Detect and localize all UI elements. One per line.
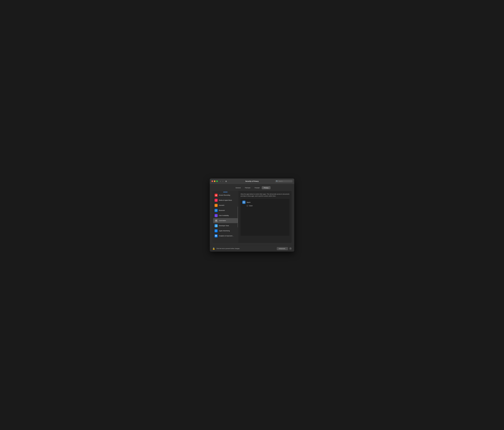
sidebar-item-bluetooth[interactable]: ⚡ Bluetooth — [213, 208, 238, 213]
advanced-button[interactable]: Advanced... — [277, 247, 288, 250]
system-preferences-window: ‹ › ⊞ Security & Privacy 🔍 General FileV… — [210, 179, 294, 251]
forward-button[interactable]: › — [222, 180, 224, 182]
back-button[interactable]: ‹ — [219, 180, 222, 182]
grid-button[interactable]: ⊞ — [225, 180, 227, 182]
minimize-button[interactable] — [214, 180, 216, 182]
sidebar: ⏺ Screen Recording ♫ Media & Apple Music… — [212, 191, 238, 243]
content-area: General FileVault Firewall Privacy ⏺ Scr… — [210, 184, 294, 246]
sub-app-row-safari[interactable]: Safari — [242, 205, 288, 207]
sidebar-label-user-availability: User Availability — [219, 215, 229, 216]
sidebar-item-media[interactable]: ♫ Media & Apple Music — [213, 198, 238, 203]
scrollbar-track[interactable] — [237, 206, 238, 227]
user-availability-icon: ☾ — [215, 214, 217, 217]
app-row-spyrix: Spyrix — [242, 200, 288, 205]
search-bar: 🔍 — [275, 180, 292, 182]
sidebar-label-media: Media & Apple Music — [219, 199, 232, 201]
main-panel: ⏺ Screen Recording ♫ Media & Apple Music… — [212, 191, 292, 243]
sub-app-name-safari: Safari — [249, 205, 253, 206]
sidebar-item-apple-advertising[interactable]: ▲ Apple Advertising — [213, 228, 238, 233]
tab-privacy[interactable]: Privacy — [262, 186, 270, 189]
tab-firewall[interactable]: Firewall — [252, 186, 261, 189]
search-icon: 🔍 — [276, 180, 278, 182]
sidebar-item-developer-tools[interactable]: ⚒ Developer Tools — [213, 223, 238, 228]
sidebar-label-apple-advertising: Apple Advertising — [219, 230, 230, 232]
tab-general[interactable]: General — [234, 186, 243, 189]
close-button[interactable] — [212, 180, 213, 182]
sidebar-item-analytics[interactable]: 📊 Analytics & Improvem... — [213, 233, 238, 238]
homekit-icon: ⌂ — [215, 204, 217, 207]
sidebar-label-homekit: HomeKit — [219, 205, 224, 206]
titlebar: ‹ › ⊞ Security & Privacy 🔍 — [210, 179, 294, 184]
nav-buttons: ‹ › — [219, 180, 224, 182]
right-panel: Allow the apps below to control other ap… — [238, 191, 292, 243]
traffic-lights — [212, 180, 218, 182]
apple-advertising-icon: ▲ — [215, 229, 217, 232]
scroll-indicator — [223, 192, 227, 192]
help-button[interactable]: ? — [289, 247, 292, 250]
sidebar-label-automation: Automation — [219, 220, 226, 221]
sidebar-label-screen-recording: Screen Recording — [219, 194, 230, 196]
sidebar-label-developer-tools: Developer Tools — [219, 225, 229, 226]
apps-list: Spyrix Safari — [241, 199, 289, 236]
sidebar-label-bluetooth: Bluetooth — [219, 210, 225, 211]
developer-tools-icon: ⚒ — [215, 224, 217, 227]
safari-checkbox[interactable] — [247, 205, 248, 206]
lock-icon[interactable]: 🔓 — [212, 247, 215, 250]
analytics-icon: 📊 — [215, 234, 217, 237]
sidebar-label-analytics: Analytics & Improvem... — [219, 235, 234, 237]
screen-recording-icon: ⏺ — [215, 194, 217, 197]
media-icon: ♫ — [215, 199, 217, 202]
bottom-bar: 🔓 Click the lock to prevent further chan… — [210, 246, 294, 251]
lock-text: Click the lock to prevent further change… — [216, 248, 276, 249]
bluetooth-icon: ⚡ — [215, 209, 217, 212]
search-input[interactable] — [279, 180, 291, 182]
sidebar-item-automation[interactable]: ⚙ Automation — [213, 218, 238, 223]
spyrix-icon — [242, 201, 245, 204]
maximize-button[interactable] — [216, 180, 218, 182]
tab-filevault[interactable]: FileVault — [243, 186, 252, 189]
window-title: Security & Privacy — [245, 180, 259, 182]
sidebar-item-user-availability[interactable]: ☾ User Availability — [213, 213, 238, 218]
sidebar-item-screen-recording[interactable]: ⏺ Screen Recording — [213, 193, 238, 198]
sidebar-item-homekit[interactable]: ⌂ HomeKit — [213, 203, 238, 208]
app-name-spyrix: Spyrix — [247, 201, 251, 203]
automation-icon: ⚙ — [215, 219, 217, 222]
description-text: Allow the apps below to control other ap… — [241, 193, 289, 197]
tab-bar: General FileVault Firewall Privacy — [212, 186, 292, 189]
